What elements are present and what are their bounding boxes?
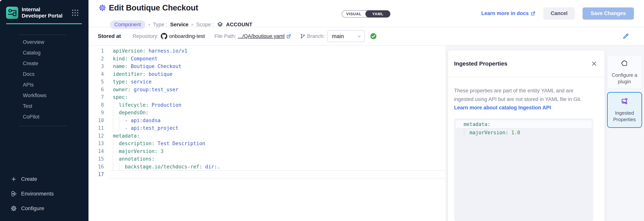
editor-line-17[interactable]: 17: [88, 170, 445, 178]
editor-line-7[interactable]: 7spec:: [88, 93, 445, 101]
line-number: 3: [88, 63, 104, 70]
dot-separator: [192, 24, 193, 26]
sidebar-item-overview[interactable]: Overview: [0, 37, 88, 48]
line-number: 1: [88, 47, 104, 55]
toggle-visual[interactable]: VISUAL: [342, 11, 366, 17]
line-number: 14: [88, 147, 104, 155]
branch-value: main: [332, 33, 344, 40]
editor-line-14[interactable]: 14 majorVersion: 3: [88, 147, 445, 155]
edit-pencil-icon[interactable]: [622, 33, 629, 40]
gear-icon: [10, 205, 17, 212]
indent-guide: [113, 124, 113, 132]
repository-label: Repository:: [132, 33, 158, 39]
page-title: Edit Boutique Checkout: [109, 3, 198, 12]
sidebar-item-create[interactable]: Create: [0, 58, 88, 69]
plus-icon: +: [10, 176, 17, 182]
dot-separator: [148, 24, 150, 26]
learn-more-docs-link[interactable]: Learn more in docs: [481, 11, 536, 16]
indent-guide: [113, 163, 113, 171]
sidebar-item-docs[interactable]: Docs: [0, 69, 88, 79]
editor-line-2[interactable]: 2kind: Component: [88, 55, 445, 63]
configure-plugin-card[interactable]: Configure a plugin: [607, 56, 642, 89]
line-number: 7: [88, 93, 104, 101]
ingested-properties-panel: Ingested Properties These properties are…: [448, 50, 605, 221]
sidebar-item-configure[interactable]: Configure: [0, 201, 88, 216]
indent-guide: [113, 140, 113, 147]
editor-line-5[interactable]: 5type: service: [88, 78, 445, 86]
branch-select[interactable]: main: [327, 30, 365, 42]
account-scope-icon: [217, 22, 223, 28]
rail-card-label: Ingested Properties: [608, 110, 642, 123]
panel-description: These properties are part of the entity …: [454, 87, 589, 104]
entity-gear-icon: [98, 4, 106, 12]
close-icon[interactable]: [591, 61, 597, 67]
github-icon: [161, 33, 167, 40]
editor-line-16[interactable]: 16 backstage.io/techdocs-ref: dir:.: [88, 163, 445, 171]
sidebar-item-environments[interactable]: Environments: [0, 186, 88, 201]
line-number: 6: [88, 86, 104, 94]
file-path-link[interactable]: .../QA/boutique.yaml: [238, 33, 285, 39]
visual-yaml-toggle[interactable]: VISUAL YAML: [342, 10, 390, 18]
line-number: 15: [88, 155, 104, 163]
indent-guide: [464, 129, 464, 136]
line-number: 11: [88, 124, 104, 132]
scope-value: ACCOUNT: [226, 22, 252, 28]
sidebar-item-workflows[interactable]: Workflows: [0, 90, 88, 101]
idp-logo-icon: [6, 7, 18, 19]
editor-line-13[interactable]: 13 description: Test Description: [88, 140, 445, 147]
editor-line-4[interactable]: 4identifier: boutique: [88, 70, 445, 78]
editor-line-11[interactable]: 11 - api:test_project: [88, 124, 445, 132]
toggle-yaml[interactable]: YAML: [366, 10, 390, 18]
editor-line-15[interactable]: 15 annotations:: [88, 155, 445, 163]
branch-label: Branch:: [307, 33, 325, 39]
brand: Internal Developer Portal: [0, 0, 88, 19]
right-panel-area: Ingested Properties These properties are…: [445, 46, 644, 221]
page-header: Edit Boutique Checkout Component Type : …: [88, 0, 644, 27]
line-number: 4: [88, 70, 104, 78]
indent-guide: [119, 124, 119, 132]
nav-divider: [18, 35, 66, 35]
editor-line-1[interactable]: 1apiVersion: harness.io/v1: [88, 47, 445, 55]
cancel-button[interactable]: Cancel: [543, 8, 575, 20]
type-label: Type :: [153, 22, 167, 28]
app-root: Internal Developer Portal OverviewCatalo…: [0, 0, 644, 221]
sidebar-item-test[interactable]: Test: [0, 101, 88, 111]
scope-label: Scope :: [196, 22, 214, 28]
line-number: 12: [88, 132, 104, 140]
ingested-properties-code: metadata: majorVersion: 1.0: [454, 118, 593, 221]
line-number: 13: [88, 140, 104, 147]
ingestion-api-link[interactable]: Learn more about catalog Ingestion API: [454, 105, 598, 111]
sidebar-item-label: Environments: [21, 191, 54, 197]
git-branch-icon: [300, 34, 306, 39]
sidebar-nav: OverviewCatalogCreateDocsAPIsWorkflowsTe…: [0, 37, 88, 122]
sidebar-item-apis[interactable]: APIs: [0, 79, 88, 90]
ingested-properties-card[interactable]: Ingested Properties: [607, 92, 642, 128]
plugin-icon: [620, 59, 629, 69]
sidebar-item-copilot[interactable]: CoPilot: [0, 111, 88, 122]
sidebar-item-catalog[interactable]: Catalog: [0, 48, 88, 58]
sidebar-item-create[interactable]: + Create: [0, 172, 88, 186]
brand-accent-line: [6, 23, 82, 24]
kind-badge: Component: [110, 20, 146, 29]
file-path-label: File Path:: [214, 33, 236, 39]
indent-guide: [119, 163, 119, 171]
app-grid-icon[interactable]: [71, 9, 79, 17]
brand-title: Internal Developer Portal: [22, 7, 66, 19]
type-value: Service: [170, 22, 188, 28]
external-link-icon[interactable]: [286, 34, 291, 39]
line-number: 9: [88, 109, 104, 117]
editor-line-8[interactable]: 8 lifecycle: Production: [88, 101, 445, 109]
save-changes-button[interactable]: Save Changes: [582, 8, 634, 20]
external-link-icon: [530, 11, 536, 16]
yaml-editor[interactable]: 1apiVersion: harness.io/v12kind: Compone…: [88, 46, 445, 221]
sidebar-item-label: Configure: [21, 205, 44, 211]
editor-line-6[interactable]: 6owner: group:test_user: [88, 86, 445, 94]
sidebar: Internal Developer Portal OverviewCatalo…: [0, 0, 88, 221]
line-number: 17: [88, 170, 104, 178]
editor-line-10[interactable]: 10 - api:dasdsa: [88, 117, 445, 124]
editor-line-12[interactable]: 12metadata:: [88, 132, 445, 140]
line-number: 5: [88, 78, 104, 86]
line-number: 10: [88, 117, 104, 124]
editor-line-9[interactable]: 9 dependsOn:: [88, 109, 445, 117]
editor-line-3[interactable]: 3name: Boutique Checkout: [88, 63, 445, 70]
